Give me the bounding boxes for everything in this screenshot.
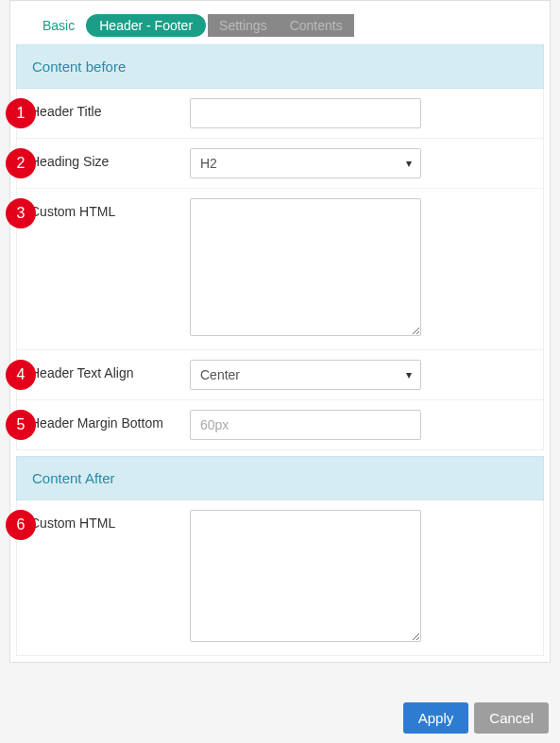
footer-actions: Apply Cancel: [403, 702, 549, 734]
badge-4: 4: [6, 360, 36, 390]
row-custom-html-after: 6 Custom HTML: [17, 500, 543, 655]
apply-button[interactable]: Apply: [403, 702, 469, 734]
tab-settings[interactable]: Settings: [208, 14, 279, 37]
textarea-custom-html-before[interactable]: [190, 198, 421, 336]
row-header-title: 1 Header Title: [17, 89, 543, 139]
row-custom-html-before: 3 Custom HTML: [17, 189, 543, 350]
row-heading-size: 2 Heading Size H2: [17, 139, 543, 189]
tab-header-footer[interactable]: Header - Footer: [86, 14, 206, 37]
section-header-after: Content After: [16, 456, 544, 500]
form-after: 6 Custom HTML: [16, 500, 544, 656]
label-header-margin-bottom: Header Margin Bottom: [25, 410, 190, 431]
settings-panel: Basic Header - Footer Settings Contents …: [9, 0, 551, 663]
disabled-tabs-group: Settings Contents: [208, 14, 354, 37]
label-custom-html-after: Custom HTML: [25, 510, 190, 531]
badge-6: 6: [6, 510, 36, 540]
tab-basic[interactable]: Basic: [31, 14, 86, 37]
row-header-margin-bottom: 5 Header Margin Bottom: [17, 400, 543, 449]
label-header-title: Header Title: [25, 98, 190, 119]
textarea-custom-html-after[interactable]: [190, 510, 421, 642]
badge-3: 3: [6, 198, 36, 228]
cancel-button[interactable]: Cancel: [474, 702, 549, 734]
label-header-text-align: Header Text Align: [25, 360, 190, 380]
input-header-margin-bottom[interactable]: [190, 410, 421, 440]
badge-1: 1: [6, 98, 36, 128]
select-heading-size[interactable]: H2: [190, 148, 421, 178]
form-before: 1 Header Title 2 Heading Size H2 3 Custo…: [16, 89, 544, 450]
input-header-title[interactable]: [190, 98, 421, 128]
label-heading-size: Heading Size: [25, 148, 190, 169]
label-custom-html-before: Custom HTML: [25, 198, 190, 219]
section-header-before: Content before: [16, 44, 544, 89]
tab-contents[interactable]: Contents: [279, 14, 354, 37]
row-header-text-align: 4 Header Text Align Center: [17, 350, 543, 400]
tabs-bar: Basic Header - Footer Settings Contents: [16, 7, 544, 44]
select-header-text-align[interactable]: Center: [190, 360, 421, 390]
badge-5: 5: [6, 410, 36, 440]
badge-2: 2: [6, 148, 36, 178]
